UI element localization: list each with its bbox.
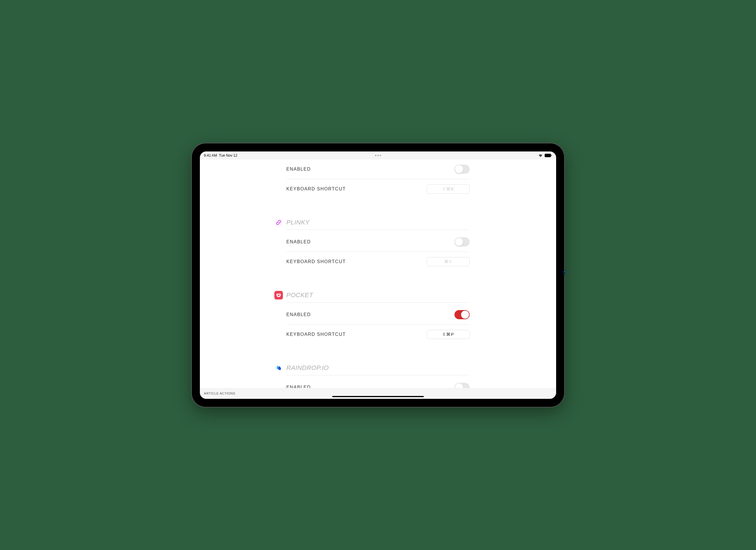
settings-content[interactable]: ENABLED KEYBOARD SHORTCUT ⇧⌘B PLINKY ENA… (200, 159, 556, 388)
battery-icon (545, 154, 552, 157)
shortcut-label: KEYBOARD SHORTCUT (286, 186, 346, 192)
status-bar: 9:41 AM Tue Nov 12 (200, 151, 556, 159)
screen: 9:41 AM Tue Nov 12 ENABLED KEYBOARD SHOR… (200, 151, 556, 399)
enabled-toggle[interactable] (454, 237, 470, 247)
enabled-label: ENABLED (286, 385, 311, 388)
row-enabled: ENABLED (286, 159, 470, 179)
wifi-icon (538, 154, 543, 157)
shortcut-label: KEYBOARD SHORTCUT (286, 332, 346, 337)
bottom-bar-label: ARTICLE ACTIONS (204, 392, 235, 395)
row-enabled: ENABLED (286, 305, 470, 325)
row-enabled: ENABLED (286, 378, 470, 388)
section-title: PLINKY (286, 219, 310, 226)
multitasking-dots[interactable] (375, 155, 381, 156)
row-keyboard-shortcut: KEYBOARD SHORTCUT ⇧⌘B (286, 179, 470, 199)
enabled-label: ENABLED (286, 167, 311, 172)
row-keyboard-shortcut: KEYBOARD SHORTCUT ⇧⌘P (286, 325, 470, 344)
svg-rect-0 (545, 154, 551, 157)
section-plinky: PLINKY ENABLED KEYBOARD SHORTCUT ⌘Y (283, 218, 473, 271)
row-keyboard-shortcut: KEYBOARD SHORTCUT ⌘Y (286, 252, 470, 271)
enabled-toggle[interactable] (454, 383, 470, 388)
section-title: POCKET (286, 291, 313, 299)
enabled-toggle[interactable] (454, 165, 470, 174)
enabled-label: ENABLED (286, 312, 311, 317)
section-title: RAINDROP.IO (286, 364, 329, 372)
row-enabled: ENABLED (286, 232, 470, 252)
svg-rect-1 (551, 155, 552, 156)
enabled-label: ENABLED (286, 239, 311, 245)
device-side-button (564, 270, 565, 275)
home-indicator[interactable] (332, 396, 424, 397)
shortcut-field[interactable]: ⇧⌘B (427, 184, 470, 194)
status-date: Tue Nov 12 (219, 153, 237, 157)
section-header-pocket: POCKET (286, 291, 470, 303)
raindrop-icon (274, 364, 283, 372)
enabled-toggle[interactable] (454, 310, 470, 319)
pocket-icon (274, 291, 283, 299)
shortcut-field[interactable]: ⌘Y (427, 257, 470, 266)
ipad-device-frame: 9:41 AM Tue Nov 12 ENABLED KEYBOARD SHOR… (192, 143, 564, 407)
section-raindrop: RAINDROP.IO ENABLED KEYBOARD SHORTCUT ⇧⌘… (283, 364, 473, 388)
shortcut-label: KEYBOARD SHORTCUT (286, 259, 346, 264)
section-header-plinky: PLINKY (286, 218, 470, 230)
section-pocket: POCKET ENABLED KEYBOARD SHORTCUT ⇧⌘P (283, 291, 473, 344)
status-right (538, 154, 552, 157)
status-time-date: 9:41 AM Tue Nov 12 (204, 153, 237, 157)
bottom-bar: ARTICLE ACTIONS (200, 388, 556, 399)
status-time: 9:41 AM (204, 153, 217, 157)
section-header-raindrop: RAINDROP.IO (286, 364, 470, 375)
plinky-icon (274, 218, 283, 227)
shortcut-field[interactable]: ⇧⌘P (427, 330, 470, 339)
section-previous: ENABLED KEYBOARD SHORTCUT ⇧⌘B (283, 159, 473, 199)
